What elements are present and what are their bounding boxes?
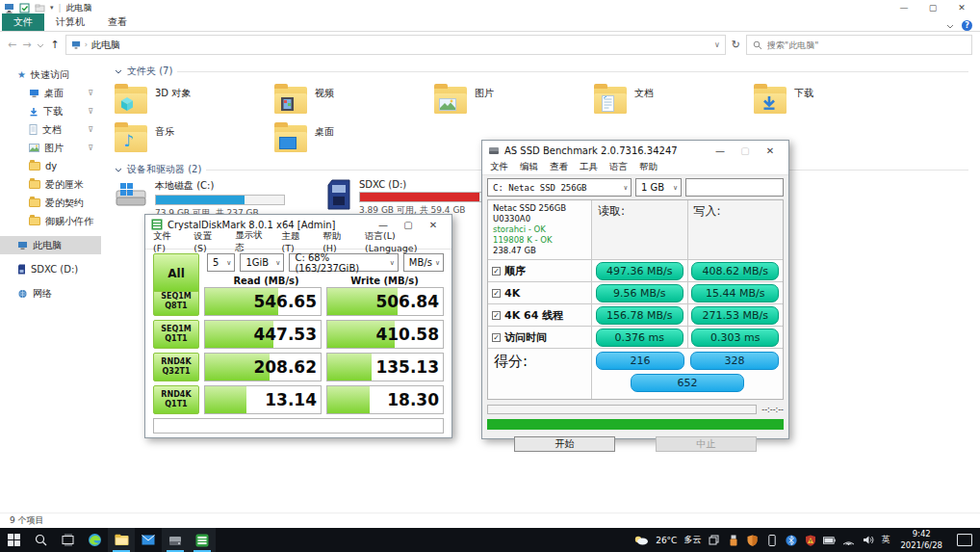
sidebar-item-sdxc[interactable]: SDXC (D:) (0, 260, 101, 278)
folder-item-desktop[interactable]: 桌面 (274, 119, 434, 158)
usb-device-icon[interactable] (727, 534, 739, 546)
minimize-button[interactable]: — (890, 3, 918, 13)
tab-computer[interactable]: 计算机 (44, 13, 96, 31)
menu-file[interactable]: 文件 (490, 161, 508, 173)
cdm-unit-select[interactable]: MB/s∨ (403, 253, 444, 272)
maximize-button[interactable]: ▢ (918, 3, 947, 13)
address-dropdown-icon[interactable]: ∨ (714, 40, 720, 49)
search-input[interactable] (767, 40, 966, 50)
address-bar[interactable]: › 此电脑 ∨ (65, 35, 726, 55)
taskbar-asssd-button[interactable] (162, 528, 189, 552)
action-center-icon[interactable] (957, 534, 972, 546)
taskbar-explorer-button[interactable] (108, 528, 135, 552)
tab-view[interactable]: 查看 (96, 13, 139, 31)
taskbar-search-button[interactable] (27, 528, 54, 552)
back-icon[interactable]: ← (8, 39, 16, 51)
taskbar-edge-button[interactable] (81, 528, 108, 552)
ime-indicator[interactable]: 英 (881, 534, 890, 546)
weather-temp[interactable]: 26°C (656, 536, 677, 545)
cdm-row-seq1m-q1t1: SEQ1MQ1T1 447.53 410.58 (153, 320, 444, 349)
help-icon[interactable]: ? (962, 20, 972, 31)
close-button[interactable]: ✕ (758, 145, 783, 156)
start-button[interactable] (0, 528, 27, 552)
folder-item-documents[interactable]: 文档 (594, 81, 754, 119)
minimize-button[interactable]: — (371, 220, 396, 230)
recent-locations-icon[interactable] (37, 41, 44, 49)
battery-icon[interactable] (823, 534, 836, 546)
sidebar-label: 图片 (44, 142, 64, 155)
checkbox-icon[interactable]: ✓ (492, 267, 501, 276)
cdm-runs-select[interactable]: 5∨ (207, 253, 235, 272)
sidebar-item-yucixiaowuzuo[interactable]: 御赐小仵作 (0, 212, 101, 230)
forward-icon[interactable]: → (22, 39, 31, 51)
search-box[interactable] (746, 35, 972, 55)
checkbox-icon[interactable]: ✓ (492, 333, 501, 342)
size-select[interactable]: 1 GB∨ (635, 178, 682, 197)
asssd-textbox[interactable] (685, 178, 784, 197)
weather-desc[interactable]: 多云 (683, 534, 701, 546)
sidebar-item-desktop[interactable]: 桌面 ⊽ (0, 84, 101, 102)
folder-item-videos[interactable]: 视频 (274, 81, 434, 119)
checkbox-icon[interactable]: ✓ (492, 311, 501, 320)
menu-view[interactable]: 查看 (550, 161, 568, 173)
properties-icon[interactable] (19, 3, 30, 13)
collapse-chevron-icon[interactable] (115, 67, 122, 75)
defender-shield-icon[interactable] (746, 534, 759, 546)
asssd-titlebar[interactable]: AS SSD Benchmark 2.0.7316.34247 — ▢ ✕ (482, 141, 788, 160)
sidebar-item-aideqiyue[interactable]: 爱的契约 (0, 194, 101, 212)
bluetooth-icon[interactable] (785, 534, 797, 546)
taskbar-crystaldiskmark-button[interactable] (189, 528, 216, 552)
folder-item-pictures[interactable]: 图片 (434, 81, 594, 119)
taskbar-clock[interactable]: 9:42 2021/6/28 (896, 529, 946, 550)
volume-icon[interactable] (862, 534, 874, 546)
taskbar-mail-button[interactable] (135, 528, 162, 552)
task-view-button[interactable] (54, 528, 81, 552)
cdm-test-button[interactable]: RND4KQ1T1 (153, 385, 199, 414)
up-icon[interactable]: ↑ (50, 39, 59, 51)
maximize-button[interactable]: ▢ (396, 220, 421, 230)
menu-language[interactable]: 语言 (609, 161, 628, 173)
sidebar-item-this-pc[interactable]: 此电脑 (0, 236, 101, 254)
folder-item-music[interactable]: ♪ 音乐 (115, 119, 274, 158)
breadcrumb[interactable]: 此电脑 (91, 39, 120, 52)
weather-icon[interactable] (633, 535, 649, 545)
start-button[interactable]: 开始 (514, 436, 615, 452)
close-button[interactable]: ✕ (947, 3, 976, 13)
new-folder-icon[interactable] (35, 3, 45, 13)
menu-edit[interactable]: 编辑 (520, 161, 538, 173)
folder-item-downloads[interactable]: 下载 (754, 81, 914, 119)
network-icon[interactable] (842, 534, 855, 546)
security-alert-icon[interactable] (804, 534, 816, 546)
sidebar-item-aidelimi[interactable]: 爱的厘米 (0, 175, 101, 194)
tab-file[interactable]: 文件 (2, 13, 44, 31)
close-button[interactable]: ✕ (421, 220, 446, 230)
cdm-test-button[interactable]: SEQ1MQ1T1 (153, 320, 199, 349)
menu-help[interactable]: 帮助 (639, 161, 658, 173)
sidebar-item-documents[interactable]: 文档 ⊽ (0, 120, 101, 139)
ribbon-collapse-icon[interactable] (946, 22, 954, 30)
collapse-chevron-icon[interactable] (115, 166, 122, 173)
folder-item-3d-objects[interactable]: 3D 对象 (115, 81, 274, 119)
phone-link-icon[interactable] (765, 534, 778, 546)
pin-icon: ⊽ (88, 125, 93, 134)
maximize-button[interactable]: ▢ (733, 145, 758, 156)
explorer-titlebar[interactable]: ▾ | 此电脑 — ▢ ✕ (0, 0, 980, 15)
snip-overlay-icon[interactable] (708, 534, 720, 546)
sidebar-item-dy[interactable]: dy (0, 157, 101, 175)
drive-select[interactable]: C: Netac SSD 256GB∨ (487, 178, 632, 197)
cdm-all-button[interactable]: All (153, 253, 199, 292)
minimize-button[interactable]: — (708, 145, 733, 156)
sidebar-item-pictures[interactable]: 图片 ⊽ (0, 139, 101, 157)
folders-section-header[interactable]: 文件夹 (7) (115, 64, 980, 79)
menu-tools[interactable]: 工具 (580, 161, 598, 173)
sidebar-item-network[interactable]: 网络 (0, 284, 101, 302)
cdm-test-button[interactable]: RND4KQ32T1 (153, 353, 199, 381)
abort-button[interactable]: 中止 (656, 436, 757, 452)
cdm-target-select[interactable]: C: 68% (163/237GiB)∨ (289, 253, 398, 272)
cdm-size-select[interactable]: 1GiB∨ (240, 253, 284, 272)
sidebar-item-quick-access[interactable]: ★ 快速访问 (0, 66, 101, 84)
refresh-icon[interactable]: ↻ (732, 39, 740, 51)
sidebar-item-downloads[interactable]: 下载 ⊽ (0, 102, 101, 120)
checkbox-icon[interactable]: ✓ (492, 289, 501, 298)
qat-customize-icon[interactable]: ▾ (50, 4, 54, 12)
